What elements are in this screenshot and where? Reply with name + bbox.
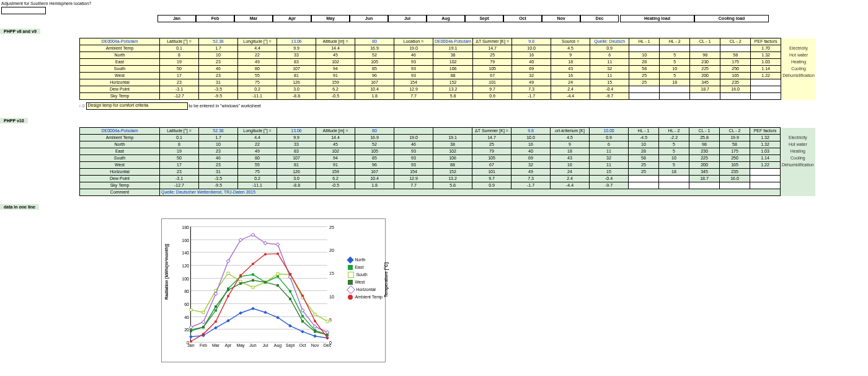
legend-item: Horizontal — [348, 286, 383, 293]
table-row: Ambient Temp0.11.74.49.914.416.919.019.1… — [80, 135, 816, 141]
legend-item: South — [348, 271, 383, 279]
table-v10: DE0004a-PotsdamLatitude [°] =52.38Longit… — [79, 127, 816, 196]
svg-rect-34 — [314, 313, 316, 316]
svg-rect-9 — [301, 330, 304, 334]
svg-rect-43 — [277, 284, 279, 287]
svg-rect-41 — [252, 279, 254, 282]
legend-item: North — [348, 256, 383, 264]
month-header: Mar — [234, 15, 273, 22]
adjust-input[interactable] — [1, 7, 46, 14]
load-header: Heating load — [620, 15, 694, 22]
table-row: Dew Point-3.1-3.50.23.06.210.412.913.29.… — [80, 86, 817, 93]
table-row: East192349831021059310279401811285230175… — [80, 59, 817, 66]
svg-rect-69 — [301, 295, 304, 297]
month-header: Apr — [273, 15, 311, 22]
svg-rect-59 — [326, 331, 329, 334]
svg-rect-65 — [252, 262, 254, 265]
svg-rect-62 — [215, 320, 217, 323]
svg-rect-60 — [190, 340, 192, 342]
climate-chart: Radiation [kWh/(m²month)] Temperature [°… — [161, 218, 386, 362]
chart-y1-label: Radiation [kWh/(m²month)] — [164, 244, 169, 300]
svg-rect-44 — [289, 298, 291, 300]
svg-rect-40 — [239, 282, 242, 285]
legend-item: Ambient Temp — [348, 293, 383, 301]
svg-rect-25 — [202, 311, 205, 313]
month-header: Aug — [427, 15, 465, 22]
svg-rect-35 — [326, 320, 329, 323]
svg-rect-51 — [226, 259, 230, 263]
month-header: Jul — [388, 15, 427, 22]
svg-rect-27 — [227, 272, 229, 274]
month-header: Sept — [465, 15, 503, 22]
section-data1line: data in one line — [0, 204, 39, 210]
table-row: Horizontal233175126159167154152101492415… — [80, 169, 816, 176]
svg-rect-0 — [189, 335, 193, 339]
table-row: South50468010794859310610569433258102252… — [80, 66, 817, 73]
svg-rect-19 — [277, 275, 279, 278]
table-row: West1723558191969388673216112552001651.2… — [80, 162, 816, 169]
svg-rect-24 — [190, 308, 192, 311]
svg-rect-21 — [301, 315, 304, 318]
table-row: North81022334552463825169610598581.32Hot… — [80, 52, 817, 59]
table-row: Horizontal233175126159167154152101492415… — [80, 79, 817, 86]
svg-rect-52 — [239, 238, 242, 242]
legend-item: West — [348, 279, 383, 286]
section-v8v9: PHPP v8 and v9 — [0, 29, 40, 34]
svg-rect-37 — [202, 326, 205, 328]
svg-rect-48 — [189, 325, 193, 329]
svg-rect-61 — [202, 333, 205, 335]
svg-rect-45 — [301, 320, 304, 323]
table-row: Sky Temp-12.7-9.5-11.1-8.8-0.51.87.75.80… — [80, 182, 816, 189]
month-header: Dec — [580, 15, 619, 22]
svg-rect-36 — [190, 329, 192, 332]
load-header: Cooling load — [694, 15, 769, 22]
table-v8v9: DE0004a-PotsdamLatitude [°] =52.38Longit… — [79, 38, 817, 100]
svg-rect-70 — [314, 320, 316, 323]
month-header: Feb — [196, 15, 234, 22]
table-row: East192349831021059310279401811285230175… — [80, 148, 816, 155]
design-temp-hint: to be entered in "windows" worksheet — [188, 104, 260, 108]
legend-item: East — [348, 264, 383, 271]
month-header: May — [311, 15, 350, 22]
section-v10: PHPP v10 — [0, 118, 28, 123]
chart-y2-label: Temperature [°C] — [384, 262, 388, 297]
table-row: Dew Point-3.1-3.50.23.06.210.412.913.29.… — [80, 176, 816, 182]
svg-rect-55 — [276, 243, 280, 246]
table-row: Sky Temp-12.7-9.5-11.1-8.8-0.51.87.75.80… — [80, 93, 817, 100]
month-header: Nov — [542, 15, 580, 22]
svg-rect-64 — [239, 274, 242, 277]
adjust-label: Adjustment for Southern Hemisphere locat… — [1, 1, 91, 6]
table-row: CommentQuelle: Deutscher Wetterdienst, T… — [80, 189, 816, 196]
svg-rect-14 — [215, 309, 217, 311]
svg-rect-10 — [313, 334, 317, 338]
svg-rect-6 — [264, 311, 267, 315]
svg-rect-63 — [227, 295, 229, 297]
svg-rect-31 — [277, 272, 279, 275]
svg-rect-29 — [252, 286, 254, 289]
table-row: West1723558191969388673216112552001651.2… — [80, 73, 817, 79]
month-header: Oct — [503, 15, 542, 22]
month-header: Jun — [350, 15, 388, 22]
svg-rect-49 — [202, 320, 205, 324]
design-temp-input[interactable]: Design temp for comfort criteria — [86, 102, 188, 110]
svg-rect-67 — [277, 253, 279, 255]
svg-rect-39 — [227, 289, 229, 291]
chart-legend: NorthEastSouthWestHorizontalAmbient Temp — [348, 256, 383, 301]
table-row: Ambient Temp0.11.74.49.914.416.919.019.1… — [80, 45, 817, 52]
svg-rect-38 — [215, 305, 217, 308]
table-row: North81022334552463825169610598581.32Hot… — [80, 141, 816, 148]
svg-rect-66 — [264, 253, 267, 256]
svg-rect-20 — [289, 290, 291, 292]
svg-rect-71 — [326, 336, 329, 339]
svg-rect-68 — [289, 273, 291, 275]
svg-rect-17 — [252, 274, 254, 276]
svg-rect-5 — [251, 307, 255, 310]
table-row: South50468010794859310610569433258102252… — [80, 155, 816, 162]
month-header: Jan — [157, 15, 196, 22]
svg-rect-46 — [314, 330, 316, 333]
svg-rect-42 — [264, 281, 267, 284]
month-header-row: JanFebMarAprMayJunJulAugSeptOctNovDecHea… — [157, 15, 868, 22]
